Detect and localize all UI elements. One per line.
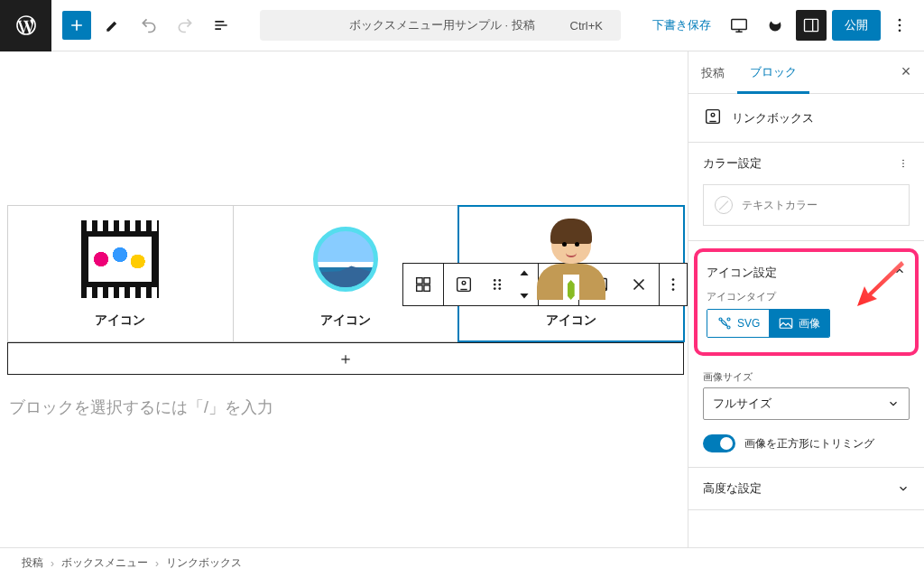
kebab-icon[interactable] (897, 157, 910, 170)
icon-column-1[interactable]: アイコン (8, 206, 234, 341)
breadcrumb-item[interactable]: リンクボックス (166, 555, 242, 571)
column-3-image (531, 219, 612, 300)
theme-icon[interactable] (760, 10, 790, 41)
image-size-label: 画像サイズ (688, 363, 924, 387)
editor-topbar: ボックスメニュー用サンプル · 投稿 Ctrl+K 下書き保存 公開 (0, 0, 924, 51)
crop-toggle-switch[interactable] (703, 434, 735, 452)
add-block-button[interactable] (62, 11, 91, 40)
tab-post[interactable]: 投稿 (688, 52, 737, 92)
icon-type-svg[interactable]: SVG (707, 310, 769, 337)
svg-rect-30 (781, 319, 793, 329)
sidebar-tabs: 投稿 ブロック × (688, 51, 924, 94)
more-options-button[interactable] (886, 10, 913, 41)
svg-point-28 (727, 318, 730, 321)
section-advanced-header[interactable]: 高度な設定 (688, 468, 924, 509)
block-name-label: リンクボックス (732, 110, 814, 126)
column-1-image (79, 219, 161, 300)
block-placeholder[interactable]: ブロックを選択するには「/」を入力 (9, 396, 679, 418)
save-draft-button[interactable]: 下書き保存 (645, 17, 718, 33)
wordpress-logo[interactable] (0, 0, 51, 51)
svg-point-24 (902, 160, 904, 162)
icon-settings-highlight: アイコン設定 アイコンタイプ SVG 画像 (694, 248, 919, 356)
svg-point-17 (498, 287, 501, 290)
svg-point-29 (727, 326, 730, 329)
toolbar-center: ボックスメニュー用サンプル · 投稿 Ctrl+K (246, 10, 634, 41)
title-shortcut: Ctrl+K (570, 19, 603, 33)
list-view-button[interactable] (207, 11, 236, 40)
svg-rect-1 (805, 19, 818, 31)
text-color-row[interactable]: テキストカラー (703, 184, 910, 226)
chevron-down-icon (887, 397, 900, 410)
svg-point-4 (899, 24, 901, 27)
mover-buttons[interactable] (511, 264, 538, 305)
sidebar-toggle-button[interactable] (796, 10, 827, 41)
breadcrumb-item[interactable]: ボックスメニュー (61, 555, 148, 571)
icon-type-image-label: 画像 (799, 316, 820, 331)
svg-point-5 (899, 30, 901, 33)
icon-type-label: アイコンタイプ (707, 290, 906, 303)
breadcrumb: 投稿 › ボックスメニュー › リンクボックス (0, 547, 924, 578)
svg-point-12 (494, 279, 496, 282)
section-advanced-title: 高度な設定 (703, 480, 762, 497)
svg-point-13 (498, 279, 501, 282)
column-label: アイコン (95, 312, 145, 329)
preview-device-button[interactable] (724, 10, 754, 41)
toolbar-right: 下書き保存 公開 (634, 10, 924, 41)
block-type-button[interactable] (444, 264, 484, 305)
svg-point-25 (902, 163, 904, 164)
add-column-button[interactable]: ＋ (7, 342, 684, 375)
icon-grid: アイコン アイコン アイコン (7, 205, 684, 342)
close-sidebar-button[interactable]: × (895, 62, 917, 81)
svg-point-14 (494, 284, 496, 286)
svg-point-3 (899, 19, 901, 22)
settings-sidebar: 投稿 ブロック × リンクボックス カラー設定 テキストカラー (688, 51, 924, 547)
svg-point-20 (672, 284, 675, 286)
document-title-text: ボックスメニュー用サンプル · 投稿 (349, 17, 535, 33)
column-2-image (305, 219, 386, 300)
svg-point-11 (462, 281, 466, 284)
crop-toggle-row: 画像を正方形にトリミング (688, 431, 924, 467)
column-label: アイコン (320, 312, 371, 329)
publish-button[interactable]: 公開 (832, 10, 881, 41)
breadcrumb-separator: › (51, 557, 54, 570)
section-color-header[interactable]: カラー設定 (688, 143, 924, 184)
chevron-up-icon[interactable] (893, 265, 906, 277)
svg-rect-9 (424, 285, 430, 291)
edit-mode-button[interactable] (98, 11, 127, 40)
svg-rect-7 (424, 278, 430, 284)
chevron-down-icon (897, 482, 910, 495)
svg-point-16 (494, 287, 496, 290)
toolbar-left (51, 11, 246, 40)
parent-block-button[interactable] (403, 264, 443, 305)
svg-point-26 (902, 166, 904, 168)
section-icon-title: アイコン設定 (707, 265, 777, 281)
image-size-value: フルサイズ (713, 396, 772, 412)
image-size-select[interactable]: フルサイズ (703, 387, 910, 420)
breadcrumb-separator: › (155, 557, 159, 570)
icon-type-svg-label: SVG (737, 317, 760, 330)
color-swatch-none (715, 196, 733, 214)
section-color: カラー設定 テキストカラー (688, 143, 924, 241)
svg-point-19 (672, 278, 675, 281)
document-title-bar[interactable]: ボックスメニュー用サンプル · 投稿 Ctrl+K (260, 10, 621, 41)
icon-type-toggle: SVG 画像 (707, 309, 830, 338)
drag-handle[interactable] (484, 264, 511, 305)
redo-button[interactable] (171, 11, 199, 40)
svg-point-21 (672, 288, 675, 291)
svg-rect-0 (732, 20, 747, 30)
svg-point-23 (711, 113, 715, 117)
column-label: アイコン (546, 312, 596, 329)
text-color-label: テキストカラー (742, 198, 818, 213)
crop-toggle-label: 画像を正方形にトリミング (744, 436, 874, 452)
tab-block[interactable]: ブロック (737, 51, 809, 94)
icon-type-image[interactable]: 画像 (769, 310, 829, 337)
svg-rect-8 (417, 285, 422, 291)
undo-button[interactable] (134, 11, 163, 40)
section-color-title: カラー設定 (703, 155, 762, 172)
block-more-button[interactable] (660, 264, 687, 305)
linkbox-icon (703, 107, 723, 129)
svg-point-27 (719, 318, 722, 321)
clear-button[interactable] (619, 264, 659, 305)
block-title-row: リンクボックス (688, 94, 924, 143)
breadcrumb-item[interactable]: 投稿 (22, 555, 43, 571)
